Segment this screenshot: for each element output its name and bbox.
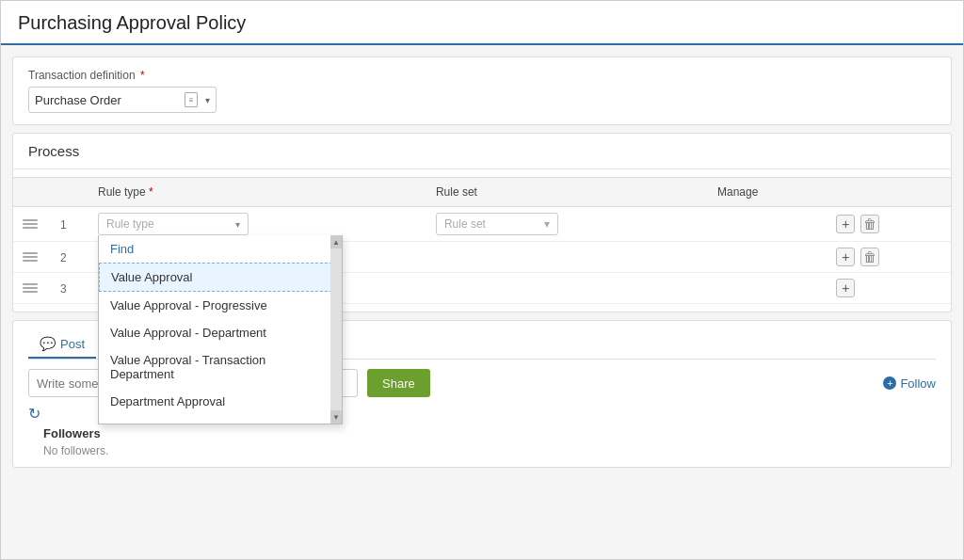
col-actions [827,178,951,207]
page-wrapper: Purchasing Approval Policy Transaction d… [0,0,964,560]
process-title: Process [28,143,936,159]
transaction-definition-label: Transaction definition * [28,69,936,82]
drag-handle[interactable] [23,252,38,262]
process-header: Process [13,134,951,169]
delete-row-button[interactable]: 🗑 [860,215,879,233]
chevron-down-icon: ▾ [544,217,550,231]
rules-table: Rule type * Rule set Manage [13,177,951,304]
chevron-down-icon: ▾ [205,95,210,105]
action-buttons: + 🗑 [836,215,941,233]
action-buttons: + 🗑 [836,248,941,266]
row-number: 1 [60,218,67,232]
drag-cell [13,273,51,304]
col-num [51,178,88,207]
rule-set-select[interactable]: Rule set ▾ [436,213,558,235]
rule-type-placeholder: Rule type [106,217,154,231]
dropdown-item-employee-manager-approval[interactable]: Employee Manager Approval [99,415,342,424]
tab-post[interactable]: 💬 Post [28,330,96,359]
no-followers-text: No followers. [43,444,921,457]
row-num-cell: 1 [51,207,88,242]
row-num-cell: 3 [51,273,88,304]
manage-cell [708,273,827,304]
manage-cell [708,242,827,273]
add-row-button[interactable]: + [836,215,855,233]
rule-type-dropdown-wrapper: Rule type ▾ Find Value Approval Valu [98,213,249,235]
chevron-down-icon: ▾ [235,219,240,230]
rule-type-cell: Rule type ▾ Find Value Approval Valu [88,207,426,242]
page-title: Purchasing Approval Policy [18,12,946,34]
col-manage: Manage [708,178,827,207]
table-row: 1 Rule type ▾ [13,207,951,242]
required-star: * [140,69,145,82]
manage-cell [708,207,827,242]
document-icon: ≡ [185,92,201,107]
rule-type-dropdown-list: Find Value Approval Value Approval - Pro… [98,235,343,424]
row-number: 2 [60,251,67,264]
rule-type-required: * [149,185,153,199]
follow-link[interactable]: + Follow [883,376,936,391]
share-button[interactable]: Share [367,369,430,397]
transaction-definition-select[interactable]: Purchase Order ≡ ▾ [28,87,217,113]
dropdown-item-department-approval[interactable]: Department Approval [99,388,342,415]
drag-handle[interactable] [23,283,38,293]
actions-cell: + [827,273,951,304]
main-content: Transaction definition * Purchase Order … [1,45,963,559]
transaction-definition-card: Transaction definition * Purchase Order … [12,56,952,125]
actions-cell: + 🗑 [827,242,951,273]
action-buttons: + [836,279,941,297]
dropdown-item-value-approval-progressive[interactable]: Value Approval - Progressive [99,292,342,319]
rule-set-cell: Rule set ▾ [426,207,708,242]
table-header: Rule type * Rule set Manage [13,178,951,207]
col-rule-type: Rule type * [88,178,426,207]
dropdown-item-value-approval-department[interactable]: Value Approval - Department [99,319,342,346]
drag-cell [13,242,51,273]
drag-cell [13,207,51,242]
followers-title: Followers [43,426,921,440]
process-body: Rule type * Rule set Manage [13,169,951,312]
refresh-icon[interactable]: ↻ [28,405,40,423]
plus-circle-icon: + [883,376,896,390]
page-header: Purchasing Approval Policy [1,1,963,45]
dropdown-list-inner: Find Value Approval Value Approval - Pro… [99,235,342,424]
process-section: Process Rule type * Rule set Man [12,133,952,312]
transaction-definition-value: Purchase Order [35,93,185,107]
scroll-up-icon[interactable]: ▲ [330,235,342,248]
rule-set-cell [426,273,708,304]
followers-section: Followers No followers. [28,426,936,457]
row-num-cell: 2 [51,242,88,273]
dropdown-item-find[interactable]: Find [99,235,342,263]
scroll-down-icon[interactable]: ▼ [330,410,342,424]
dropdown-item-value-approval[interactable]: Value Approval [99,263,342,292]
actions-cell: + 🗑 [827,207,951,242]
dropdown-scrollbar: ▲ ▼ [330,235,342,424]
drag-handle[interactable] [23,219,38,229]
rule-set-placeholder: Rule set [444,217,486,231]
post-icon: 💬 [40,336,56,351]
follow-section: + Follow [883,376,936,391]
row-number: 3 [60,282,67,296]
col-drag [13,178,51,207]
add-row-button[interactable]: + [836,279,855,297]
rule-set-cell [426,242,708,273]
table-body: 1 Rule type ▾ [13,207,951,304]
add-row-button[interactable]: + [836,248,855,266]
col-rule-set: Rule set [426,178,708,207]
delete-row-button[interactable]: 🗑 [860,248,879,266]
rule-type-select[interactable]: Rule type ▾ [98,213,249,235]
dropdown-item-value-approval-transaction-department[interactable]: Value Approval - Transaction Department [99,346,342,388]
